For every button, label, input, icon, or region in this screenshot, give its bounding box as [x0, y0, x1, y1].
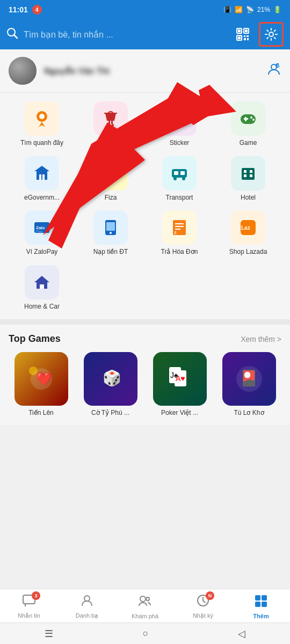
svg-rect-60	[175, 226, 184, 227]
svg-line-1	[14, 35, 17, 38]
nav-label-journal: Nhật ký	[193, 612, 213, 619]
svg-rect-35	[37, 171, 47, 180]
app-label-lazada: Shop Lazada	[229, 248, 267, 257]
game-icon-tienlen: ❤️	[15, 352, 68, 406]
qr-button[interactable]	[232, 24, 253, 45]
nav-item-discover[interactable]: Khám phá	[129, 594, 161, 619]
app-icon-homecar	[25, 265, 59, 299]
app-item-lazada[interactable]: Laz Shop Lazada	[215, 210, 281, 257]
nav-item-journal[interactable]: N Nhật ký	[187, 594, 219, 619]
top-games-header: Top Games Xem thêm >	[9, 333, 281, 345]
top-games-title: Top Games	[9, 333, 61, 345]
app-item-zalopay[interactable]: Zalo Pay Ví ZaloPay	[9, 210, 75, 257]
app-item-transport[interactable]: Transport	[146, 156, 213, 202]
svg-point-80	[146, 597, 149, 601]
svg-point-57	[110, 232, 112, 234]
app-icon-lazada: Laz	[231, 210, 265, 245]
battery-icon: 🔋	[273, 6, 281, 13]
svg-point-79	[140, 596, 146, 602]
status-right: 📳 📶 📡 21% 🔋	[223, 6, 281, 13]
app-icon-egov	[25, 156, 59, 191]
profile-action-button[interactable]: ↺	[266, 62, 281, 80]
app-label-bill: Trả Hóa Đơn	[161, 248, 198, 257]
search-icon[interactable]	[6, 27, 18, 42]
svg-point-25	[107, 124, 110, 126]
bottom-nav: 3 Nhắn tin Danh bạ Khám phá	[0, 589, 290, 623]
svg-text:$: $	[174, 230, 177, 235]
game-item-cotyphu[interactable]: 🎲 Cờ Tỷ Phú ...	[78, 352, 143, 416]
app-item-egov[interactable]: eGovernm...	[9, 156, 75, 202]
status-left: 11:01 4	[9, 5, 42, 14]
app-label-homecar: Home & Car	[24, 303, 60, 311]
wifi-icon: 📶	[235, 6, 243, 13]
settings-button[interactable]	[259, 22, 284, 47]
app-item-nap[interactable]: Nạp tiền ĐT	[77, 210, 144, 257]
svg-point-28	[176, 116, 178, 118]
svg-rect-84	[255, 602, 260, 607]
app-item-fiza[interactable]: $ Fiza	[77, 156, 144, 202]
nav-label-messages: Nhắn tin	[18, 612, 40, 619]
nav-item-more[interactable]: Thêm	[245, 594, 277, 619]
svg-rect-3	[238, 30, 241, 32]
status-time: 11:01	[9, 5, 28, 14]
svg-text:🎴: 🎴	[240, 369, 258, 387]
svg-rect-24	[111, 121, 113, 124]
app-icon-transport	[162, 156, 197, 191]
app-label-transport: Transport	[166, 194, 193, 202]
app-item-shop[interactable]: Sho...	[77, 101, 144, 148]
svg-point-12	[269, 32, 273, 36]
svg-rect-7	[238, 36, 241, 39]
svg-rect-51	[246, 179, 250, 180]
svg-rect-85	[262, 602, 267, 607]
app-item-find[interactable]: Tìm quanh đây	[9, 101, 75, 148]
svg-rect-50	[250, 174, 252, 177]
notification-badge: 4	[32, 5, 42, 14]
search-input[interactable]: Tìm bạn bè, tin nhắn ...	[24, 30, 227, 40]
svg-text:↺: ↺	[277, 63, 280, 68]
profile-info: Nguyễn Văn Thi	[44, 66, 259, 76]
sys-nav-back[interactable]: ◁	[238, 628, 245, 640]
svg-point-22	[39, 114, 45, 119]
svg-point-69	[29, 367, 38, 375]
see-more-button[interactable]: Xem thêm >	[241, 335, 281, 343]
header: Tìm bạn bè, tin nhắn ...	[0, 19, 290, 49]
svg-text:Pay: Pay	[36, 230, 43, 234]
game-item-tienlen[interactable]: ❤️ Tiến Lên	[9, 352, 74, 416]
svg-point-34	[252, 119, 255, 121]
profile-row: Nguyễn Văn Thi ↺	[0, 49, 290, 93]
signal-icon: 📡	[246, 6, 254, 13]
svg-point-27	[172, 111, 187, 126]
game-label-cotyphu: Cờ Tỷ Phú ...	[91, 409, 129, 416]
app-item-sticker[interactable]: Sticker	[146, 101, 213, 148]
avatar	[9, 57, 37, 85]
svg-point-44	[173, 177, 177, 180]
nav-icon-contacts	[80, 594, 94, 611]
app-icon-find	[25, 101, 59, 136]
app-item-homecar[interactable]: Home & Car	[9, 265, 75, 311]
nav-item-messages[interactable]: 3 Nhắn tin	[13, 594, 45, 619]
svg-rect-23	[108, 121, 110, 124]
svg-rect-46	[242, 168, 255, 180]
app-item-bill[interactable]: $ Trả Hóa Đơn	[146, 210, 213, 257]
app-item-game[interactable]: Game	[215, 101, 281, 148]
game-item-poker[interactable]: J♠ A♥ Poker Việt ...	[147, 352, 212, 416]
app-icon-hotel	[231, 156, 265, 191]
app-icon-nap	[93, 210, 128, 245]
app-item-hotel[interactable]: Hotel	[215, 156, 281, 202]
game-item-tulo[interactable]: 🎴 Tú Lơ Khơ	[216, 352, 281, 416]
sys-nav-home[interactable]: ○	[143, 628, 149, 639]
svg-text:Laz: Laz	[241, 225, 250, 231]
svg-text:❤️: ❤️	[36, 371, 52, 386]
game-icon-tulo: 🎴	[222, 352, 276, 406]
svg-rect-5	[245, 30, 248, 32]
app-icon-fiza: $	[93, 156, 128, 191]
app-label-zalopay: Ví ZaloPay	[26, 248, 58, 257]
sys-nav-menu[interactable]: ☰	[45, 628, 53, 640]
nav-icon-discover	[138, 594, 152, 611]
svg-rect-83	[262, 595, 267, 601]
app-label-find: Tìm quanh đây	[20, 139, 63, 148]
nav-item-contacts[interactable]: Danh bạ	[71, 594, 103, 619]
vibrate-icon: 📳	[223, 6, 231, 13]
svg-rect-66	[40, 284, 44, 289]
app-icon-bill: $	[162, 210, 197, 245]
